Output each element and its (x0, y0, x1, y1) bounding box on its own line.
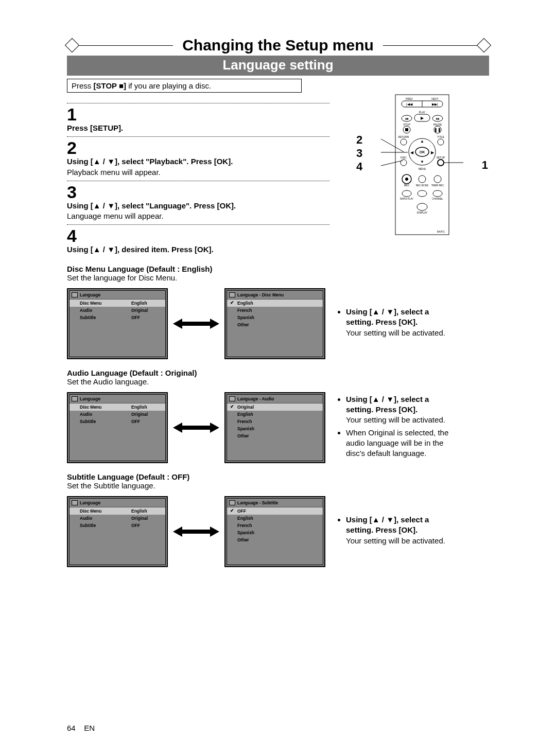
svg-text:TITLE: TITLE (437, 135, 444, 138)
svg-point-45 (433, 190, 442, 197)
double-arrow-icon (168, 421, 224, 434)
language-menu-panel: Language Disc MenuEnglish AudioOriginal … (67, 392, 168, 463)
svg-text:NA471: NA471 (437, 230, 445, 233)
step-3-line: Language menu will appear. (67, 212, 164, 220)
audio-side-bold: Using [▲ / ▼], select a setting. Press [… (346, 395, 429, 414)
disc-section-title: Disc Menu Language (Default : English) (67, 265, 489, 273)
svg-point-39 (434, 175, 441, 183)
language-menu-panel: Language Disc MenuEnglish AudioOriginal … (67, 288, 168, 359)
svg-text:SETUP: SETUP (437, 156, 445, 159)
svg-point-32 (401, 160, 407, 166)
language-menu-panel: Language Disc MenuEnglish AudioOriginal … (67, 496, 168, 567)
svg-text:REC MODE: REC MODE (416, 184, 428, 187)
svg-point-23 (438, 139, 444, 145)
step-2-bold: Using [▲ / ▼], select "Playback". Press … (67, 157, 233, 166)
svg-text:▶▶|: ▶▶| (432, 102, 438, 107)
svg-marker-57 (173, 526, 219, 537)
svg-text:▲: ▲ (420, 139, 424, 144)
pre-note-post: if you are playing a disc. (128, 81, 211, 90)
svg-marker-56 (173, 423, 219, 433)
svg-point-37 (405, 178, 408, 181)
pre-note: Press [STOP ■] if you are playing a disc… (67, 79, 302, 93)
step-4-bold: Using [▲ / ▼], desired item. Press [OK]. (67, 245, 214, 254)
svg-text:PAUSE: PAUSE (433, 123, 442, 126)
disc-menu-panel: Language - Disc Menu ✔English French Spa… (224, 288, 325, 359)
svg-text:DISPLAY: DISPLAY (417, 211, 428, 214)
step-1-text: Press [SETUP]. (67, 124, 123, 132)
svg-text:RETURN: RETURN (398, 135, 409, 138)
svg-text:❚❚: ❚❚ (434, 128, 441, 132)
svg-text:|◀◀: |◀◀ (406, 102, 413, 107)
step-ref-2: 2 (356, 133, 362, 146)
svg-text:OK: OK (420, 150, 425, 154)
subtitle-side-bold: Using [▲ / ▼], select a setting. Press [… (346, 515, 429, 534)
svg-text:▶: ▶ (431, 150, 435, 155)
subtitle-side-line: Your setting will be activated. (346, 536, 445, 545)
svg-point-38 (419, 175, 426, 183)
double-arrow-icon (168, 318, 224, 330)
audio-side-line1: Your setting will be activated. (346, 415, 445, 424)
subtitle-section-desc: Set the Subtitle language. (67, 481, 489, 490)
svg-point-34 (438, 160, 444, 166)
svg-point-44 (418, 190, 427, 197)
svg-line-53 (381, 161, 403, 166)
svg-text:▼: ▼ (420, 160, 424, 164)
pre-note-key: [STOP ■] (94, 81, 127, 90)
svg-text:PLAY: PLAY (419, 111, 426, 114)
svg-point-48 (417, 203, 427, 210)
svg-text:◀: ◀ (410, 150, 414, 155)
step-2-number: 2 (67, 139, 329, 156)
svg-text:⏮: ⏮ (405, 117, 409, 120)
page-lang: EN (84, 724, 95, 732)
subtitle-section-title: Subtitle Language (Default : OFF) (67, 472, 489, 481)
step-1-number: 1 (67, 106, 329, 123)
svg-line-51 (381, 139, 404, 152)
disc-side-line: Your setting will be activated. (346, 328, 445, 337)
svg-text:NEXT: NEXT (431, 97, 438, 100)
remote-diagram: 2 3 4 1 PREV NEXT |◀◀ ▶▶| PLAY ⏮ ▶ ⏭ STO… (371, 93, 474, 237)
step-ref-1: 1 (482, 159, 488, 172)
svg-text:STOP: STOP (403, 123, 410, 126)
step-ref-3: 3 (356, 146, 362, 160)
svg-text:REC: REC (404, 184, 410, 187)
svg-point-21 (401, 139, 407, 145)
step-2-line: Playback menu will appear. (67, 168, 161, 177)
audio-section-desc: Set the Audio language. (67, 377, 489, 386)
remote-svg: PREV NEXT |◀◀ ▶▶| PLAY ⏮ ▶ ⏭ STOP PAUSE … (381, 93, 463, 237)
audio-side-line2: When Original is selected, the audio lan… (346, 428, 456, 459)
svg-text:RAPID PLAY: RAPID PLAY (400, 198, 413, 200)
audio-section-title: Audio Language (Default : Original) (67, 368, 489, 377)
audio-menu-panel: Language - Audio ✔Original English Frenc… (224, 392, 325, 463)
svg-text:CHANNEL: CHANNEL (432, 198, 443, 200)
svg-rect-16 (405, 128, 408, 131)
page-number: 64 (67, 724, 76, 732)
subtitle-bar: Language setting (67, 56, 489, 76)
svg-text:MENU: MENU (419, 167, 426, 170)
step-4-number: 4 (67, 227, 329, 244)
step-ref-4: 4 (356, 160, 362, 173)
svg-text:PREV: PREV (406, 97, 413, 100)
subtitle-menu-panel: Language - Subtitle ✔OFF English French … (224, 496, 325, 567)
step-3-number: 3 (67, 183, 329, 201)
double-arrow-icon (168, 525, 224, 538)
pre-note-pre: Press (72, 81, 94, 90)
disc-side-bold: Using [▲ / ▼], select a setting. Press [… (346, 307, 429, 326)
svg-text:⏭: ⏭ (436, 117, 440, 120)
svg-point-43 (402, 190, 411, 197)
header-ornament: Changing the Setup menu (67, 36, 489, 55)
step-3-bold: Using [▲ / ▼], select "Language". Press … (67, 201, 236, 210)
page-footer: 64 EN (67, 724, 95, 732)
svg-marker-55 (173, 319, 219, 329)
svg-text:TIMER REC: TIMER REC (431, 184, 445, 187)
svg-text:DISC: DISC (401, 156, 407, 159)
svg-text:▶: ▶ (421, 116, 424, 120)
disc-section-desc: Set the language for Disc Menu. (67, 273, 489, 282)
page-title: Changing the Setup menu (182, 37, 374, 54)
